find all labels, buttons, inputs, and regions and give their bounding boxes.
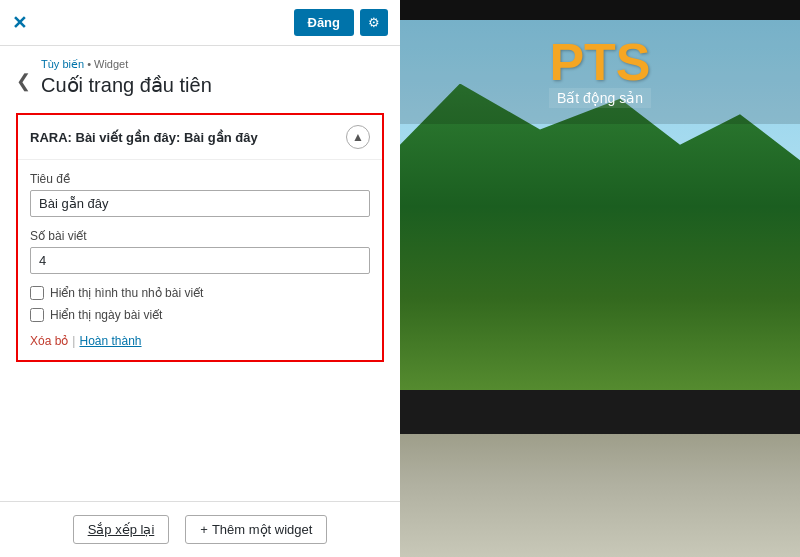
collapse-button[interactable]: ▲ (346, 125, 370, 149)
publish-button[interactable]: Đăng (294, 9, 355, 36)
add-widget-label: Thêm một widget (212, 522, 312, 537)
count-field-label: Số bài viết (30, 229, 370, 243)
title-input[interactable] (30, 190, 370, 217)
gear-button[interactable]: ⚙ (360, 9, 388, 36)
preview-frame: PTS Bất động sản (400, 0, 800, 557)
widget-card: RARA: Bài viết gần đây: Bài gần đây ▲ Ti… (16, 113, 384, 362)
delete-link[interactable]: Xóa bỏ (30, 334, 68, 348)
close-icon: ✕ (12, 13, 27, 33)
breadcrumb-content: Tùy biến • Widget Cuối trang đầu tiên (41, 58, 212, 97)
action-separator: | (72, 334, 75, 348)
gear-icon: ⚙ (368, 15, 380, 30)
title-field-label: Tiêu đề (30, 172, 370, 186)
hill-background (400, 84, 800, 390)
site-subtitle: Bất động sản (549, 88, 651, 108)
breadcrumb-parent-link[interactable]: Tùy biến (41, 58, 84, 70)
reorder-button[interactable]: Sắp xếp lại (73, 515, 170, 544)
breadcrumb-area: ❮ Tùy biến • Widget Cuối trang đầu tiên (0, 46, 400, 101)
add-widget-button[interactable]: + Thêm một widget (185, 515, 327, 544)
date-checkbox[interactable] (30, 308, 44, 322)
left-panel: ✕ Đăng ⚙ ❮ Tùy biến • Widget Cuối trang … (0, 0, 400, 557)
thumbnail-checkbox[interactable] (30, 286, 44, 300)
done-link[interactable]: Hoàn thành (79, 334, 141, 348)
widget-body: Tiêu đề Số bài viết Hiển thị hình thu nh… (18, 160, 382, 360)
back-button[interactable]: ❮ (16, 72, 31, 90)
breadcrumb-child: Widget (94, 58, 128, 70)
count-input[interactable] (30, 247, 370, 274)
date-checkbox-label[interactable]: Hiển thị ngày bài viết (50, 308, 162, 322)
breadcrumb: Tùy biến • Widget (41, 58, 212, 71)
widget-actions: Xóa bỏ | Hoàn thành (30, 330, 370, 350)
site-branding-overlay: PTS Bất động sản (400, 20, 800, 124)
collapse-icon: ▲ (352, 130, 364, 144)
close-button[interactable]: ✕ (12, 12, 27, 34)
page-title: Cuối trang đầu tiên (41, 73, 212, 97)
widget-title: RARA: Bài viết gần đây: Bài gần đây (30, 130, 258, 145)
widget-header: RARA: Bài viết gần đây: Bài gần đây ▲ (18, 115, 382, 160)
top-actions: Đăng ⚙ (294, 9, 389, 36)
top-bar: ✕ Đăng ⚙ (0, 0, 400, 46)
checkbox-row-thumbnail: Hiển thị hình thu nhỏ bài viết (30, 286, 370, 300)
ground-background (400, 434, 800, 557)
breadcrumb-separator: • (84, 58, 94, 70)
checkbox-row-date: Hiển thị ngày bài viết (30, 308, 370, 322)
preview-topbar (400, 0, 800, 20)
site-title: PTS (416, 36, 784, 88)
thumbnail-checkbox-label[interactable]: Hiển thị hình thu nhỏ bài viết (50, 286, 203, 300)
bottom-bar: Sắp xếp lại + Thêm một widget (0, 501, 400, 557)
add-icon: + (200, 522, 208, 537)
right-panel: PTS Bất động sản (400, 0, 800, 557)
